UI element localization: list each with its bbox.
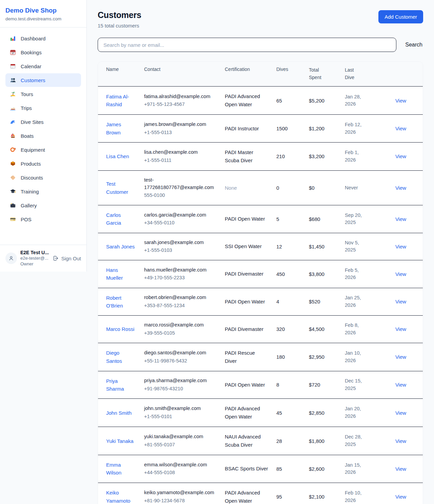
sidebar-item-trips[interactable]: Trips bbox=[5, 101, 81, 115]
customer-total-spent: $0 bbox=[305, 170, 341, 205]
customer-total-spent: $2,100 bbox=[305, 483, 341, 504]
customer-total-spent: $1,200 bbox=[305, 115, 341, 143]
customer-last-dive: Feb 10, 2026 bbox=[345, 489, 366, 504]
customer-email: carlos.garcia@example.com bbox=[144, 211, 217, 219]
view-link[interactable]: View bbox=[395, 326, 406, 332]
customer-name-link[interactable]: Diego Santos bbox=[106, 349, 136, 365]
customers-table: Name Contact Certification Dives Total S… bbox=[98, 62, 423, 504]
customer-email: hans.mueller@example.com bbox=[144, 266, 217, 274]
customer-certification: PADI Open Water bbox=[221, 371, 272, 399]
shop-header: Demo Dive Shop demo.test.divestreams.com bbox=[0, 0, 86, 27]
sidebar-item-boats[interactable]: Boats bbox=[5, 129, 81, 143]
customer-last-dive: Feb 12, 2026 bbox=[345, 121, 366, 136]
customer-phone: +49-170-555-2233 bbox=[144, 274, 217, 282]
customer-name-link[interactable]: Yuki Tanaka bbox=[106, 437, 134, 445]
customer-certification: PADI Rescue Diver bbox=[221, 343, 272, 371]
sidebar-item-discounts[interactable]: Discounts bbox=[5, 171, 81, 184]
add-customer-button[interactable]: Add Customer bbox=[378, 10, 423, 23]
customer-total-spent: $520 bbox=[305, 288, 341, 316]
customer-name-link[interactable]: Hans Mueller bbox=[106, 266, 136, 282]
customer-total-spent: $2,600 bbox=[305, 455, 341, 483]
customer-email: diego.santos@example.com bbox=[144, 349, 217, 357]
avatar bbox=[5, 253, 17, 264]
customer-certification: BSAC Sports Diver bbox=[221, 455, 272, 483]
customer-name-link[interactable]: Test Customer bbox=[106, 180, 136, 196]
customer-certification: NAUI Advanced Scuba Diver bbox=[221, 427, 272, 455]
customer-phone: +1-555-0113 bbox=[144, 129, 217, 136]
table-row: Diego Santos diego.santos@example.com +5… bbox=[98, 343, 423, 371]
customer-phone: +44-555-0108 bbox=[144, 469, 217, 477]
customer-phone: +1-555-0111 bbox=[144, 157, 217, 164]
customer-certification: SSI Open Water bbox=[221, 233, 272, 260]
view-link[interactable]: View bbox=[395, 98, 406, 104]
sidebar-item-tours[interactable]: Tours bbox=[5, 87, 81, 101]
customer-last-dive: Jan 10, 2026 bbox=[345, 350, 366, 365]
customer-last-dive: Feb 8, 2026 bbox=[345, 322, 366, 337]
customer-total-spent: $2,850 bbox=[305, 399, 341, 427]
sailboat-icon bbox=[9, 132, 16, 139]
view-link[interactable]: View bbox=[395, 494, 406, 500]
sidebar-item-calendar[interactable]: Calendar bbox=[5, 59, 81, 73]
view-link[interactable]: View bbox=[395, 466, 406, 472]
view-link[interactable]: View bbox=[395, 153, 406, 159]
table-row: Marco Rossi marco.rossi@example.com +39-… bbox=[98, 316, 423, 343]
sidebar-item-pos[interactable]: POS bbox=[5, 212, 81, 226]
customer-last-dive: Never bbox=[345, 184, 358, 192]
customer-certification: PADI Master Scuba Diver bbox=[221, 142, 272, 170]
customer-last-dive: Jan 25, 2026 bbox=[345, 294, 366, 309]
customer-last-dive: Feb 1, 2026 bbox=[345, 149, 366, 164]
table-row: John Smith john.smith@example.com +1-555… bbox=[98, 399, 423, 427]
view-link[interactable]: View bbox=[395, 438, 406, 444]
table-row: Priya Sharma priya.sharma@example.com +9… bbox=[98, 371, 423, 399]
customer-email: keiko.yamamoto@example.com bbox=[144, 489, 217, 497]
search-button[interactable]: Search bbox=[405, 40, 423, 49]
customer-total-spent: $4,500 bbox=[305, 316, 341, 343]
view-link[interactable]: View bbox=[395, 126, 406, 131]
sidebar-item-dive-sites[interactable]: Dive Sites bbox=[5, 115, 81, 129]
customer-last-dive: Sep 20, 2025 bbox=[345, 212, 366, 227]
sidebar-item-gallery[interactable]: Gallery bbox=[5, 199, 81, 212]
sidebar-item-bookings[interactable]: 17 Bookings bbox=[5, 45, 81, 59]
view-link[interactable]: View bbox=[395, 354, 406, 360]
search-input[interactable] bbox=[98, 38, 396, 52]
customer-name-link[interactable]: Marco Rossi bbox=[106, 325, 134, 333]
customer-name-link[interactable]: Robert O'Brien bbox=[106, 294, 136, 310]
customer-name-link[interactable]: Priya Sharma bbox=[106, 377, 136, 393]
customer-last-dive: Dec 28, 2025 bbox=[345, 433, 366, 448]
customer-name-link[interactable]: James Brown bbox=[106, 120, 136, 136]
customer-certification: PADI Divemaster bbox=[221, 316, 272, 343]
customer-dives: 4 bbox=[272, 288, 305, 316]
sign-out-icon bbox=[52, 255, 59, 262]
column-header-last-dive: Last Dive bbox=[341, 62, 378, 87]
view-link[interactable]: View bbox=[395, 299, 406, 304]
view-link[interactable]: View bbox=[395, 382, 406, 388]
sidebar-item-customers[interactable]: Customers bbox=[5, 73, 81, 87]
customer-email: john.smith@example.com bbox=[144, 405, 217, 412]
customer-name-link[interactable]: Sarah Jones bbox=[106, 243, 135, 250]
sidebar-item-equipment[interactable]: Equipment bbox=[5, 143, 81, 156]
view-link[interactable]: View bbox=[395, 216, 406, 222]
customer-name-link[interactable]: Carlos Garcia bbox=[106, 211, 136, 227]
sidebar-item-dashboard[interactable]: Dashboard bbox=[5, 32, 81, 45]
view-link[interactable]: View bbox=[395, 185, 406, 191]
table-row: Yuki Tanaka yuki.tanaka@example.com +81-… bbox=[98, 427, 423, 455]
sign-out-button[interactable]: Sign Out bbox=[52, 255, 81, 262]
view-link[interactable]: View bbox=[395, 244, 406, 249]
customer-email: fatima.alrashid@example.com bbox=[144, 93, 217, 100]
customer-name-link[interactable]: Keiko Yamamoto bbox=[106, 489, 136, 504]
customer-name-link[interactable]: John Smith bbox=[106, 409, 132, 417]
user-icon bbox=[8, 255, 15, 262]
view-link[interactable]: View bbox=[395, 410, 406, 416]
sidebar-item-products[interactable]: Products bbox=[5, 157, 81, 170]
customer-name-link[interactable]: Fatima Al-Rashid bbox=[106, 93, 136, 109]
view-link[interactable]: View bbox=[395, 271, 406, 277]
customer-name-link[interactable]: Lisa Chen bbox=[106, 152, 129, 160]
user-email: e2e-tester@... bbox=[20, 256, 49, 261]
customer-name-link[interactable]: Emma Wilson bbox=[106, 461, 136, 477]
customer-phone: +39-555-0105 bbox=[144, 330, 217, 337]
customer-last-dive: Nov 5, 2025 bbox=[345, 239, 366, 254]
sidebar-user-footer: E2E Test U... e2e-tester@... Owner Sign … bbox=[0, 245, 86, 272]
sidebar-item-training[interactable]: Training bbox=[5, 185, 81, 198]
package-icon bbox=[9, 160, 16, 167]
customer-email: yuki.tanaka@example.com bbox=[144, 433, 217, 441]
